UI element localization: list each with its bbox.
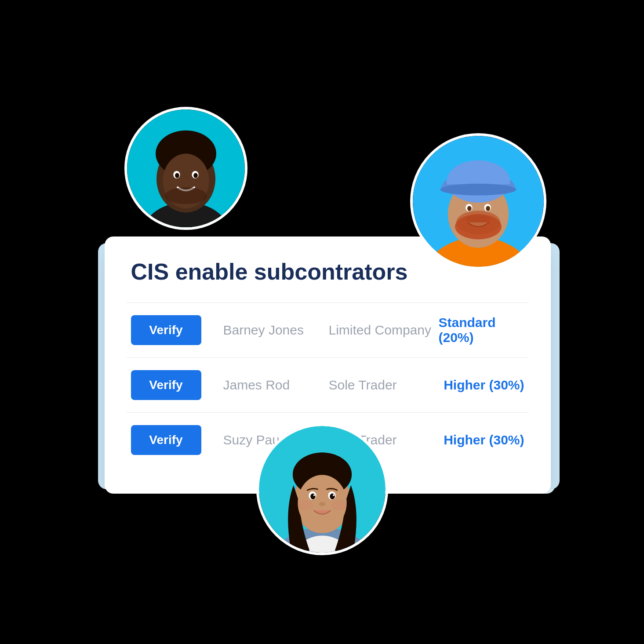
svg-point-41 — [298, 500, 313, 510]
verify-button-2[interactable]: Verify — [131, 370, 201, 400]
verify-button-1[interactable]: Verify — [131, 315, 201, 345]
table-row: Verify James Rod Sole Trader Higher (30%… — [131, 358, 524, 412]
svg-point-21 — [467, 206, 472, 211]
avatar-top-left — [124, 107, 247, 230]
verify-button-3[interactable]: Verify — [131, 425, 201, 455]
person-type-1: Limited Company — [329, 323, 439, 338]
svg-point-9 — [193, 173, 198, 178]
person-rate-1: Standard (20%) — [439, 315, 524, 345]
svg-point-10 — [165, 187, 207, 204]
person-rate-3: Higher (30%) — [444, 433, 524, 448]
svg-point-25 — [456, 211, 500, 234]
person-name-1: Barney Jones — [223, 323, 329, 338]
svg-point-42 — [331, 500, 347, 510]
table-row: Verify Barney Jones Limited Company Stan… — [131, 303, 524, 357]
svg-point-22 — [486, 206, 490, 211]
svg-point-37 — [330, 493, 335, 499]
svg-point-36 — [310, 493, 316, 499]
person-type-2: Sole Trader — [329, 378, 439, 393]
svg-point-8 — [175, 173, 179, 178]
svg-point-38 — [313, 494, 315, 496]
avatar-top-right — [410, 133, 546, 269]
person-rate-2: Higher (30%) — [444, 378, 524, 393]
scene: CIS enable subcontrators Verify Barney J… — [80, 80, 564, 564]
svg-point-18 — [440, 183, 516, 195]
svg-point-40 — [319, 502, 325, 506]
svg-point-39 — [333, 494, 335, 496]
svg-point-16 — [446, 160, 509, 202]
person-name-2: James Rod — [223, 378, 329, 393]
avatar-bottom-center — [256, 423, 388, 555]
